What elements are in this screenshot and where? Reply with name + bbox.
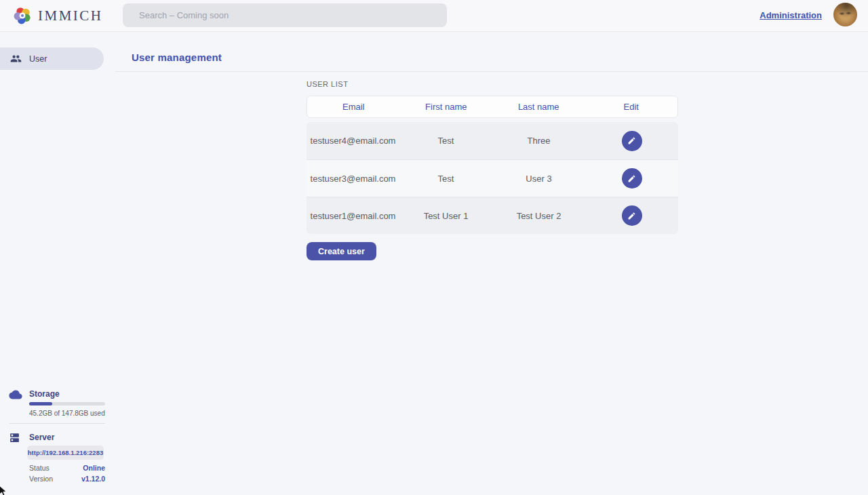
user-email: testuser3@email.com [311, 174, 396, 184]
edit-user-button[interactable] [622, 131, 642, 151]
table-row: testuser1@email.com Test User 1 Test Use… [307, 197, 678, 234]
column-header-email: Email [342, 102, 365, 112]
pencil-icon [627, 174, 636, 183]
user-first-name: Test User 1 [424, 211, 469, 221]
footer-divider [9, 423, 105, 424]
user-last-name: User 3 [526, 174, 551, 184]
page-title: User management [132, 52, 222, 63]
column-header-edit: Edit [624, 102, 639, 112]
user-email: testuser1@email.com [311, 211, 396, 221]
app-logo[interactable]: IMMICH [12, 5, 103, 26]
status-value: Online [83, 464, 105, 472]
storage-usage-text: 45.2GB of 147.8GB used [29, 410, 105, 417]
user-first-name: Test [438, 174, 454, 184]
status-label: Status [29, 464, 50, 472]
create-user-button[interactable]: Create user [307, 242, 376, 260]
storage-progress-bar [29, 402, 105, 405]
sidebar-item-user[interactable]: User [0, 47, 104, 70]
user-first-name: Test [438, 136, 454, 146]
user-list-section-label: USER LIST [307, 80, 348, 88]
storage-progress-fill [29, 402, 52, 405]
edit-user-button[interactable] [622, 168, 642, 189]
administration-link[interactable]: Administration [760, 10, 822, 20]
user-email: testuser4@email.com [311, 136, 396, 146]
table-row: testuser4@email.com Test Three [307, 122, 678, 159]
pencil-icon [627, 136, 636, 145]
table-row: testuser3@email.com Test User 3 [307, 159, 678, 197]
sidebar-item-label: User [29, 54, 47, 64]
mouse-cursor [0, 486, 8, 495]
user-last-name: Three [528, 136, 551, 146]
server-title: Server [29, 433, 54, 442]
version-label: Version [29, 475, 53, 483]
server-version-row: Version v1.12.0 [29, 475, 105, 483]
top-navbar: IMMICH Administration [0, 0, 868, 32]
users-icon [10, 53, 22, 64]
user-table-body: testuser4@email.com Test Three testuser3… [307, 122, 678, 234]
column-header-last-name: Last name [518, 102, 559, 112]
server-url-badge: http://192.168.1.216:2283 [27, 446, 104, 460]
user-table-header: Email First name Last name Edit [307, 96, 678, 118]
server-status-row: Status Online [29, 464, 105, 472]
server-icon [9, 432, 20, 443]
user-last-name: Test User 2 [517, 211, 561, 221]
version-value: v1.12.0 [81, 475, 105, 483]
column-header-first-name: First name [425, 102, 467, 112]
app-name: IMMICH [38, 7, 103, 24]
immich-flower-icon [12, 5, 33, 26]
user-avatar[interactable] [833, 3, 857, 26]
edit-user-button[interactable] [622, 205, 642, 226]
pencil-icon [627, 212, 636, 220]
header-divider [115, 71, 868, 72]
search-input[interactable] [123, 3, 447, 27]
storage-title: Storage [29, 389, 60, 399]
cloud-icon [9, 389, 22, 400]
